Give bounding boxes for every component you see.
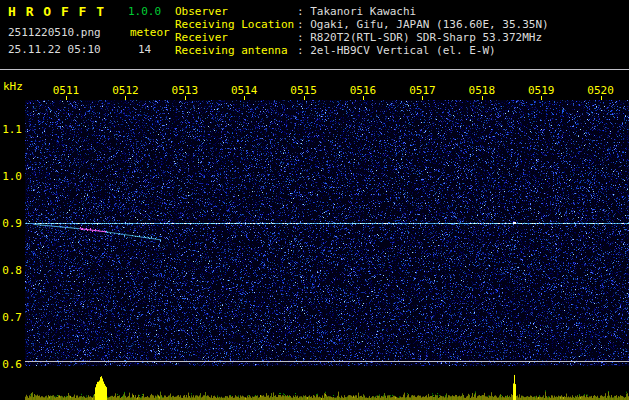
freq-tick-label: 1.1 xyxy=(1,123,22,136)
hrofft-window: H R O F F T 1.0.0 2511220510.png meteor … xyxy=(0,0,629,400)
freq-tick-label: 0.7 xyxy=(1,311,22,324)
station-info-label: Observer xyxy=(175,5,297,18)
datetime-label: 25.11.22 05:10 xyxy=(8,43,101,56)
output-filename: 2511220510.png xyxy=(8,26,101,39)
meteor-count: 14 xyxy=(138,43,151,56)
app-version: 1.0.0 xyxy=(128,5,161,18)
freq-tick-label: 1.0 xyxy=(1,170,22,183)
time-tick-label: 0519 xyxy=(528,84,555,97)
station-info-label: Receiver xyxy=(175,31,297,44)
time-tick-label: 0515 xyxy=(290,84,317,97)
station-info-row: Observer: Takanori Kawachi xyxy=(175,5,549,18)
time-tick-label: 0513 xyxy=(172,84,199,97)
station-info-value: : Takanori Kawachi xyxy=(297,5,416,18)
station-info-label: Receiving Location xyxy=(175,18,297,31)
time-tick-label: 0520 xyxy=(587,84,614,97)
spectrogram-canvas xyxy=(25,100,629,366)
station-info-row: Receiver: R820T2(RTL-SDR) SDR-Sharp 53.3… xyxy=(175,31,549,44)
header-separator xyxy=(0,69,629,70)
time-tick-label: 0517 xyxy=(409,84,436,97)
time-tick-label: 0512 xyxy=(112,84,139,97)
station-info-value: : Ogaki, Gifu, JAPAN (136.60E, 35.35N) xyxy=(297,18,549,31)
station-info-row: Receiving Location: Ogaki, Gifu, JAPAN (… xyxy=(175,18,549,31)
time-tick-label: 0511 xyxy=(53,84,80,97)
station-info-value: : 2el-HB9CV Vertical (el. E-W) xyxy=(297,44,496,57)
freq-tick-label: 0.9 xyxy=(1,217,22,230)
station-info: Observer: Takanori KawachiReceiving Loca… xyxy=(175,5,549,57)
station-info-row: Receiving antenna: 2el-HB9CV Vertical (e… xyxy=(175,44,549,57)
station-info-label: Receiving antenna xyxy=(175,44,297,57)
station-info-value: : R820T2(RTL-SDR) SDR-Sharp 53.372MHz xyxy=(297,31,542,44)
mode-label: meteor xyxy=(130,26,170,39)
time-tick-label: 0514 xyxy=(231,84,258,97)
time-tick-label: 0518 xyxy=(469,84,496,97)
freq-tick-label: 0.8 xyxy=(1,264,22,277)
freq-tick-label: 0.6 xyxy=(1,358,22,371)
freq-axis-unit: kHz xyxy=(3,80,23,93)
amplitude-strip-canvas xyxy=(25,368,629,400)
app-title: H R O F F T xyxy=(8,4,105,19)
time-tick-label: 0516 xyxy=(350,84,377,97)
